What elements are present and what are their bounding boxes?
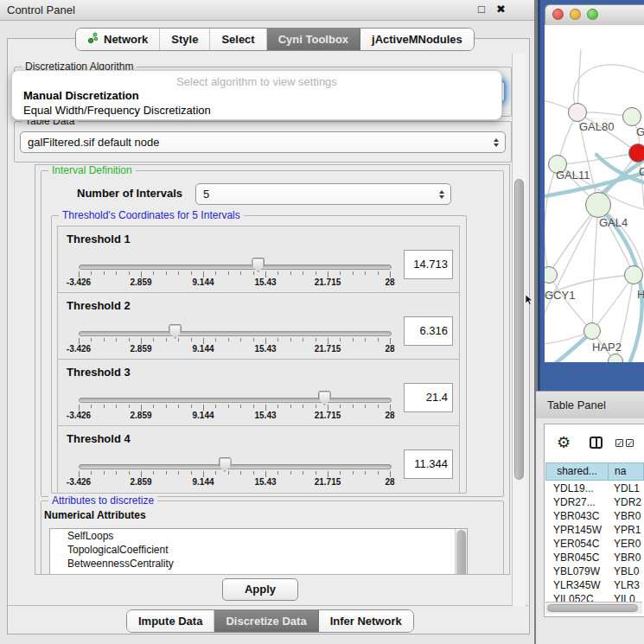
tick-mark <box>166 338 167 341</box>
tick-mark <box>328 338 328 344</box>
network-node-gal4[interactable] <box>585 192 611 218</box>
scrollbar-thumb[interactable] <box>514 179 524 480</box>
table-row[interactable]: YBR043CYBR0 <box>545 509 644 523</box>
tick-mark <box>290 271 291 275</box>
tab-select[interactable]: Select <box>210 29 266 50</box>
table-row[interactable]: YDL19...YDL1 <box>545 481 644 495</box>
slider-thumb[interactable] <box>318 391 331 405</box>
tab-cyni-toolbox[interactable]: Cyni Toolbox <box>267 29 360 50</box>
node-label-gal4: GAL4 <box>599 216 628 229</box>
apply-button[interactable]: Apply <box>222 578 298 601</box>
tab-style[interactable]: Style <box>160 29 210 50</box>
scrollbar-thumb[interactable] <box>547 604 638 612</box>
tick-mark <box>340 405 341 408</box>
cell-name: YLR3 <box>614 578 640 592</box>
number-of-intervals-combobox[interactable]: 5 <box>195 183 451 205</box>
network-node-gal80[interactable] <box>568 103 587 122</box>
slider-track[interactable] <box>79 331 392 336</box>
tab-discretize-data[interactable]: Discretize Data <box>214 610 318 632</box>
tick-mark <box>79 471 80 477</box>
table-row[interactable]: YDR27...YDR2 <box>545 495 644 509</box>
column-header-shared[interactable]: shared... <box>545 462 609 481</box>
tick-mark <box>141 271 142 277</box>
table-row[interactable]: YBL079WYBL0 <box>545 564 644 578</box>
network-node-h[interactable] <box>624 265 643 284</box>
cell-name: YIL0 <box>614 592 635 602</box>
tick-mark <box>79 338 80 344</box>
popup-option-manual-discretization[interactable]: Manual Discretization <box>23 89 139 102</box>
tick-label: 2.859 <box>130 344 151 354</box>
slider-thumb[interactable] <box>252 258 265 272</box>
tick-mark <box>303 338 303 341</box>
network-node[interactable] <box>628 143 644 163</box>
table-row[interactable]: YIL052CYIL0 <box>545 592 644 602</box>
minimize-traffic-light-icon[interactable] <box>570 9 581 20</box>
network-node[interactable] <box>622 107 641 126</box>
table-row[interactable]: YER054CYER0 <box>545 537 644 551</box>
tick-mark <box>104 471 105 475</box>
slider-thumb[interactable] <box>219 457 232 472</box>
table-data-value: galFiltered.sif default node <box>28 136 159 149</box>
tab-label: Infer Network <box>330 615 402 628</box>
tick-mark <box>116 271 117 275</box>
tick-mark <box>116 338 117 341</box>
tick-label: 9.144 <box>192 411 214 420</box>
threshold-value-field[interactable]: 11.344 <box>404 450 453 479</box>
tick-label: 9.144 <box>192 477 214 487</box>
table-row[interactable]: YPR145WYPR1 <box>545 523 644 537</box>
threshold-panel-2: Threshold 2-3.4262.8599.14415.4321.71528… <box>57 292 460 360</box>
threshold-value-field[interactable]: 14.713 <box>404 250 453 279</box>
tick-label: -3.426 <box>67 344 91 354</box>
threshold-coordinates-group: Threshold's Coordinates for 5 Intervals … <box>51 215 467 494</box>
tick-mark <box>129 405 130 408</box>
table-row[interactable]: YLR345WYLR3 <box>545 578 644 592</box>
tick-mark <box>328 271 328 277</box>
cell-name: YDL1 <box>614 481 640 495</box>
table-row[interactable]: YBR045CYBR0 <box>545 551 644 564</box>
list-item[interactable]: BetweennessCentrality <box>50 557 467 571</box>
threshold-value-field[interactable]: 21.4 <box>404 383 453 412</box>
slider-thumb[interactable] <box>169 324 182 339</box>
close-icon[interactable]: ✖ <box>496 3 506 16</box>
checkbox-checked-icon[interactable]: ✓ <box>626 439 634 447</box>
node-label-hap2: HAP2 <box>592 341 622 354</box>
tab-network[interactable]: Network <box>76 29 160 50</box>
tab-infer-network[interactable]: Infer Network <box>319 610 413 632</box>
zoom-traffic-light-icon[interactable] <box>587 9 598 20</box>
slider-track[interactable] <box>79 464 392 469</box>
tab-impute-data[interactable]: Impute Data <box>127 610 214 632</box>
numerical-attributes-list[interactable]: SelfLoopsTopologicalCoefficientBetweenne… <box>49 528 468 575</box>
tick-mark <box>290 471 291 475</box>
gear-icon[interactable]: ⚙ <box>557 435 571 450</box>
float-window-icon[interactable]: □ <box>478 3 485 16</box>
table-panel-title: Table Panel <box>547 399 606 411</box>
threshold-value-field[interactable]: 6.316 <box>404 316 453 346</box>
tick-mark <box>153 338 154 341</box>
cell-shared-name: YER054C <box>553 537 599 551</box>
tick-mark <box>178 271 179 275</box>
network-canvas[interactable]: GAL80GACGAL11GAL4GCY1HHAP2 <box>545 25 644 362</box>
network-node-hap2[interactable] <box>583 322 601 340</box>
list-item[interactable]: TopologicalCoefficient <box>50 543 467 557</box>
attributes-list-scrollbar[interactable] <box>455 529 467 575</box>
table-horizontal-scrollbar[interactable] <box>545 602 642 614</box>
list-item[interactable]: SelfLoops <box>50 529 467 543</box>
split-columns-icon[interactable] <box>590 437 603 449</box>
checkbox-checked-icon[interactable]: ✓ <box>615 439 623 447</box>
tick-mark <box>390 405 391 411</box>
tab-label: Select <box>221 33 254 46</box>
main-scrollbar[interactable] <box>512 54 526 606</box>
tick-mark <box>353 271 354 275</box>
node-table[interactable]: YDL19...YDL1YDR27...YDR2YBR043CYBR0YPR14… <box>545 481 644 602</box>
slider-track[interactable] <box>79 398 392 403</box>
table-data-combobox[interactable]: galFiltered.sif default node <box>20 131 506 153</box>
tick-mark <box>340 471 341 475</box>
tick-mark <box>166 271 167 275</box>
application-window: Control Panel □ ✖ NetworkStyleSelectCyni… <box>0 0 644 644</box>
slider-track[interactable] <box>79 265 392 270</box>
close-traffic-light-icon[interactable] <box>552 9 564 20</box>
tab-jactivemnodules[interactable]: jActiveMNodules <box>360 29 474 50</box>
cell-name: YBR0 <box>614 551 641 564</box>
popup-option-equal-width[interactable]: Equal Width/Frequency Discretization <box>23 104 211 117</box>
column-header-name[interactable]: na <box>608 462 644 481</box>
